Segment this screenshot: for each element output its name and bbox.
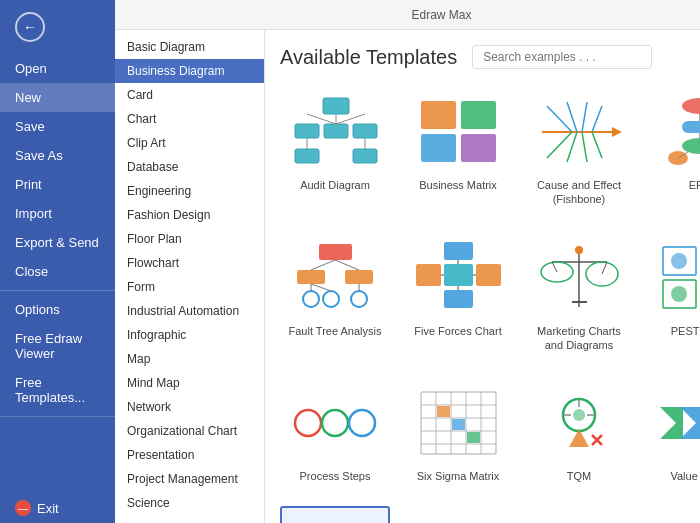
svg-marker-95	[680, 407, 701, 439]
template-marketing-charts[interactable]: Marketing Charts and Diagrams	[526, 230, 632, 361]
svg-point-69	[671, 286, 687, 302]
svg-line-7	[307, 114, 336, 124]
template-label-five-forces: Five Forces Chart	[414, 324, 501, 338]
sidebar-item-exit[interactable]: — Exit	[0, 493, 115, 523]
category-flowchart[interactable]: Flowchart	[115, 251, 264, 275]
page-title: Available Templates	[280, 46, 457, 69]
svg-rect-47	[476, 264, 501, 286]
svg-rect-14	[461, 134, 496, 162]
sidebar-item-free-viewer[interactable]: Free Edraw Viewer	[0, 324, 115, 368]
template-six-sigma[interactable]: Six Sigma Matrix	[405, 375, 511, 491]
template-label-audit: Audit Diagram	[300, 178, 370, 192]
template-label-six-sigma: Six Sigma Matrix	[417, 469, 500, 483]
category-chart[interactable]: Chart	[115, 107, 264, 131]
template-epc[interactable]: EPC	[647, 84, 700, 215]
sidebar: ← Open New Save Save As Print Import Exp…	[0, 0, 115, 523]
svg-line-23	[582, 132, 587, 162]
svg-point-39	[351, 291, 367, 307]
sidebar-item-export-send[interactable]: Export & Send	[0, 228, 115, 257]
svg-point-56	[575, 246, 583, 254]
template-cause-effect[interactable]: Cause and Effect (Fishbone)	[526, 84, 632, 215]
category-basic-diagram[interactable]: Basic Diagram	[115, 35, 264, 59]
category-panel: Basic Diagram Business Diagram Card Char…	[115, 30, 265, 523]
svg-rect-2	[324, 124, 348, 138]
svg-rect-45	[444, 264, 473, 286]
category-engineering[interactable]: Engineering	[115, 179, 264, 203]
sidebar-item-new[interactable]: New	[0, 83, 115, 112]
template-value-chain[interactable]: Value Chain	[647, 375, 700, 491]
sidebar-divider-2	[0, 416, 115, 417]
svg-point-25	[682, 98, 701, 114]
svg-line-21	[547, 132, 572, 158]
svg-rect-26	[682, 121, 701, 133]
category-business-diagram[interactable]: Business Diagram	[115, 59, 264, 83]
svg-line-59	[552, 262, 557, 272]
category-mind-map[interactable]: Mind Map	[115, 371, 264, 395]
template-thumb-value-chain	[655, 383, 700, 463]
template-label-cause-effect: Cause and Effect (Fishbone)	[537, 178, 621, 207]
category-card[interactable]: Card	[115, 83, 264, 107]
svg-rect-13	[421, 134, 456, 162]
category-org-chart[interactable]: Organizational Chart	[115, 419, 264, 443]
svg-rect-85	[467, 432, 480, 443]
sidebar-item-save[interactable]: Save	[0, 112, 115, 141]
svg-rect-1	[295, 124, 319, 138]
template-process-steps[interactable]: Process Steps	[280, 375, 390, 491]
template-label-pest: PEST Chart	[671, 324, 700, 338]
category-database[interactable]: Database	[115, 155, 264, 179]
category-presentation[interactable]: Presentation	[115, 443, 264, 467]
template-label-process-steps: Process Steps	[300, 469, 371, 483]
template-label-tqm: TQM	[567, 469, 591, 483]
templates-panel: Available Templates	[265, 30, 700, 523]
sidebar-divider	[0, 290, 115, 291]
svg-point-67	[671, 253, 687, 269]
svg-marker-16	[612, 127, 622, 137]
template-business-matrix[interactable]: Business Matrix	[405, 84, 511, 215]
template-five-forces[interactable]: Five Forces Chart	[405, 230, 511, 361]
svg-line-41	[335, 260, 359, 270]
template-pest-chart[interactable]: PEST Chart	[647, 230, 700, 361]
templates-header: Available Templates	[280, 45, 700, 69]
category-industrial-automation[interactable]: Industrial Automation	[115, 299, 264, 323]
template-label-business-matrix: Business Matrix	[419, 178, 497, 192]
svg-rect-5	[353, 149, 377, 163]
svg-point-73	[349, 410, 375, 436]
template-fault-tree[interactable]: Fault Tree Analysis	[280, 230, 390, 361]
category-form[interactable]: Form	[115, 275, 264, 299]
category-clip-art[interactable]: Clip Art	[115, 131, 264, 155]
category-science[interactable]: Science	[115, 491, 264, 515]
sidebar-item-open[interactable]: Open	[0, 54, 115, 83]
template-value-stream[interactable]: Value Stream Mapping	[280, 506, 390, 523]
svg-point-27	[682, 138, 701, 154]
svg-line-17	[547, 106, 572, 132]
category-network[interactable]: Network	[115, 395, 264, 419]
search-input[interactable]	[472, 45, 652, 69]
template-label-fault-tree: Fault Tree Analysis	[289, 324, 382, 338]
svg-rect-46	[416, 264, 441, 286]
sidebar-item-import[interactable]: Import	[0, 199, 115, 228]
main-content: Edraw Max Basic Diagram Business Diagram…	[115, 0, 700, 523]
template-audit-diagram[interactable]: Audit Diagram	[280, 84, 390, 215]
sidebar-item-print[interactable]: Print	[0, 170, 115, 199]
svg-rect-3	[353, 124, 377, 138]
svg-line-8	[336, 114, 365, 124]
svg-point-38	[323, 291, 339, 307]
sidebar-item-options[interactable]: Options	[0, 295, 115, 324]
category-project-management[interactable]: Project Management	[115, 467, 264, 491]
back-button[interactable]: ←	[0, 0, 115, 54]
exit-icon: —	[15, 500, 31, 516]
template-thumb-six-sigma	[413, 383, 503, 463]
template-thumb-pest	[655, 238, 700, 318]
sidebar-item-save-as[interactable]: Save As	[0, 141, 115, 170]
sidebar-item-free-templates[interactable]: Free Templates...	[0, 368, 115, 412]
template-thumb-business-matrix	[413, 92, 503, 172]
template-tqm[interactable]: TQM	[526, 375, 632, 491]
category-infographic[interactable]: Infographic	[115, 323, 264, 347]
sidebar-item-close[interactable]: Close	[0, 257, 115, 286]
sidebar-menu: Open New Save Save As Print Import Expor…	[0, 54, 115, 523]
category-fashion-design[interactable]: Fashion Design	[115, 203, 264, 227]
template-label-epc: EPC	[689, 178, 700, 192]
svg-point-72	[322, 410, 348, 436]
category-floor-plan[interactable]: Floor Plan	[115, 227, 264, 251]
category-map[interactable]: Map	[115, 347, 264, 371]
